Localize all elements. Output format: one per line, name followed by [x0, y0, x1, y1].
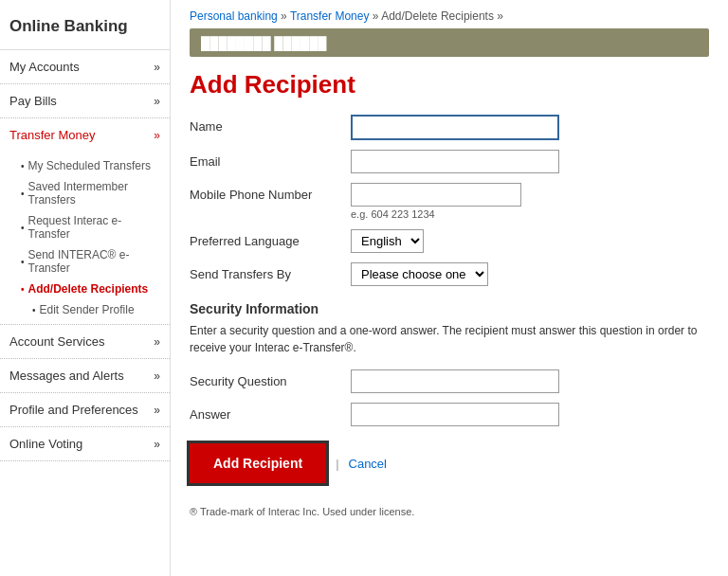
sidebar-item-account-services[interactable]: Account Services » [0, 325, 170, 358]
sidebar-section-online-voting: Online Voting » [0, 427, 170, 461]
sidebar-item-label: Pay Bills [9, 94, 57, 108]
sidebar-item-my-accounts[interactable]: My Accounts » [0, 50, 170, 83]
answer-label: Answer [190, 403, 351, 422]
mobile-phone-label: Mobile Phone Number [190, 183, 351, 202]
sidebar-item-label: Account Services [9, 334, 104, 349]
mobile-phone-hint: e.g. 604 223 1234 [351, 208, 709, 220]
account-bar-text: ████████ ██████ [201, 36, 327, 50]
answer-row: Answer [190, 403, 709, 426]
preferred-language-label: Preferred Language [190, 229, 351, 248]
transfer-money-subitems: • My Scheduled Transfers • Saved Interme… [0, 152, 170, 324]
answer-field [351, 403, 709, 426]
sidebar-section-accounts: My Accounts » [0, 50, 170, 84]
name-input[interactable] [351, 115, 559, 140]
sidebar-item-send-interac[interactable]: • Send INTERAC® e-Transfer [13, 244, 170, 279]
sidebar-item-label: My Accounts [9, 60, 80, 74]
security-section-desc: Enter a security question and a one-word… [190, 322, 709, 356]
subitem-label: My Scheduled Transfers [28, 159, 151, 172]
sidebar-item-my-scheduled-transfers[interactable]: • My Scheduled Transfers [13, 155, 170, 176]
answer-input[interactable] [351, 403, 559, 426]
preferred-language-field: English French [351, 229, 709, 253]
sidebar-brand: Online Banking [0, 0, 170, 50]
arrow-icon: » [154, 61, 160, 74]
arrow-icon: » [154, 335, 160, 349]
arrow-icon: » [154, 438, 160, 451]
name-label: Name [190, 115, 351, 134]
sidebar-item-pay-bills[interactable]: Pay Bills » [0, 84, 170, 117]
breadcrumb-sep3: » [497, 9, 503, 23]
bullet-icon: • [32, 305, 36, 315]
email-field-container [351, 150, 709, 173]
breadcrumb-sep2: » [373, 9, 381, 23]
bullet-icon: • [21, 257, 25, 267]
subitem-label: Edit Sender Profile [40, 303, 135, 316]
arrow-icon: » [154, 404, 160, 417]
subitem-label: Saved Intermember Transfers [28, 180, 162, 207]
breadcrumb-personal-banking[interactable]: Personal banking [190, 9, 278, 23]
sidebar-item-online-voting[interactable]: Online Voting » [0, 427, 170, 460]
sidebar-item-label: Profile and Preferences [9, 403, 138, 417]
preferred-language-select[interactable]: English French [351, 229, 424, 253]
sidebar-section-pay-bills: Pay Bills » [0, 84, 170, 118]
preferred-language-row: Preferred Language English French [190, 229, 709, 253]
mobile-phone-field-container: e.g. 604 223 1234 [351, 183, 709, 220]
sidebar-section-transfer-money: Transfer Money » • My Scheduled Transfer… [0, 118, 170, 325]
email-input[interactable] [351, 150, 559, 173]
footer-text: ® Trade-mark of Interac Inc. Used under … [190, 506, 709, 517]
email-label: Email [190, 150, 351, 169]
subitem-label: Request Interac e-Transfer [28, 214, 162, 241]
page-title: Add Recipient [190, 70, 709, 99]
sidebar-item-transfer-money[interactable]: Transfer Money » [0, 118, 170, 152]
breadcrumb-transfer-money[interactable]: Transfer Money [290, 9, 370, 23]
bullet-icon: • [21, 161, 25, 171]
breadcrumb-current: Add/Delete Recipients [381, 9, 494, 23]
button-row: Add Recipient | Cancel [190, 443, 709, 483]
add-recipient-button[interactable]: Add Recipient [190, 443, 326, 483]
send-transfers-by-row: Send Transfers By Please choose one Emai… [190, 262, 709, 286]
name-row: Name [190, 115, 709, 140]
security-section-title: Security Information [190, 301, 709, 316]
sidebar-item-profile-preferences[interactable]: Profile and Preferences » [0, 393, 170, 426]
separator: | [336, 457, 338, 471]
mobile-phone-row: Mobile Phone Number e.g. 604 223 1234 [190, 183, 709, 220]
main-content: Personal banking » Transfer Money » Add/… [171, 0, 728, 576]
breadcrumb: Personal banking » Transfer Money » Add/… [190, 0, 709, 28]
send-transfers-by-select[interactable]: Please choose one Email Mobile Phone [351, 262, 488, 286]
subitem-label: Add/Delete Recipients [28, 282, 149, 296]
subitem-label: Send INTERAC® e-Transfer [28, 248, 162, 275]
sidebar-section-profile: Profile and Preferences » [0, 393, 170, 427]
security-question-row: Security Question [190, 369, 709, 393]
sidebar-item-add-delete-recipients[interactable]: • Add/Delete Recipients [13, 279, 170, 299]
security-question-label: Security Question [190, 369, 351, 388]
sidebar-item-messages-alerts[interactable]: Messages and Alerts » [0, 359, 170, 392]
security-question-input[interactable] [351, 369, 559, 393]
arrow-icon: » [154, 129, 160, 142]
sidebar-section-account-services: Account Services » [0, 325, 170, 359]
sidebar-item-edit-sender-profile[interactable]: • Edit Sender Profile [13, 299, 170, 320]
name-field [351, 115, 709, 140]
cancel-button[interactable]: Cancel [349, 457, 387, 471]
sidebar: Online Banking My Accounts » Pay Bills »… [0, 0, 171, 576]
sidebar-item-label: Online Voting [9, 437, 82, 451]
email-row: Email [190, 150, 709, 173]
breadcrumb-sep1: » [281, 9, 290, 23]
arrow-icon: » [154, 95, 160, 108]
security-question-field [351, 369, 709, 393]
mobile-phone-input[interactable] [351, 183, 521, 207]
sidebar-item-request-interac[interactable]: • Request Interac e-Transfer [13, 210, 170, 244]
bullet-icon: • [21, 189, 25, 199]
account-bar: ████████ ██████ [190, 28, 709, 57]
bullet-icon: • [21, 223, 25, 233]
sidebar-item-saved-intermember[interactable]: • Saved Intermember Transfers [13, 176, 170, 210]
sidebar-item-label: Messages and Alerts [9, 369, 124, 383]
send-transfers-by-field: Please choose one Email Mobile Phone [351, 262, 709, 286]
bullet-icon: • [21, 284, 25, 295]
arrow-icon: » [154, 369, 160, 383]
sidebar-section-messages: Messages and Alerts » [0, 359, 170, 393]
sidebar-item-label: Transfer Money [9, 128, 96, 142]
send-transfers-by-label: Send Transfers By [190, 262, 351, 281]
